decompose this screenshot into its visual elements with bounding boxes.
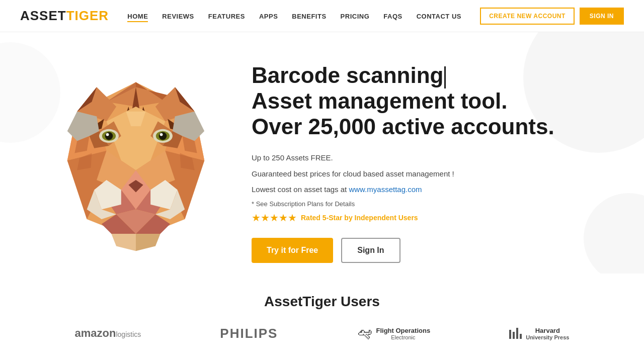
svg-point-37 <box>105 132 113 140</box>
signin-nav-button[interactable]: SIGN IN <box>580 8 624 25</box>
text-cursor <box>444 66 446 88</box>
nav-links: HOME REVIEWS FEATURES APPS BENEFITS PRIC… <box>127 12 461 21</box>
users-section: AssetTiger Users amazonlogistics PHILIPS… <box>0 274 644 352</box>
hero-headline: Barcode scanning Asset management tool. … <box>252 63 604 139</box>
nav-reviews[interactable]: REVIEWS <box>162 13 194 20</box>
hero-note: * See Subscription Plans for Details <box>252 200 604 208</box>
hero-buttons: Try it for Free Sign In <box>252 238 604 263</box>
try-free-button[interactable]: Try it for Free <box>252 238 333 263</box>
navbar: ASSETTIGER HOME REVIEWS FEATURES APPS BE… <box>0 0 644 32</box>
harvard-logo: Harvard University Press <box>509 327 569 340</box>
svg-marker-28 <box>136 234 160 251</box>
svg-point-38 <box>106 133 109 136</box>
logo[interactable]: ASSETTIGER <box>20 8 109 24</box>
myassettag-link[interactable]: www.myassettag.com <box>349 185 422 194</box>
flight-operations-logo: 🛩 Flight Operations Electronic <box>357 325 431 342</box>
users-title: AssetTiger Users <box>40 294 604 310</box>
nav-faqs[interactable]: FAQS <box>383 13 402 20</box>
hero-desc-3: Lowest cost on asset tags at www.myasset… <box>252 183 604 196</box>
hero-headline-line2: Asset management tool. <box>252 88 508 113</box>
hero-section: Barcode scanning Asset management tool. … <box>0 32 644 274</box>
svg-point-43 <box>159 132 167 140</box>
hero-desc-1: Up to 250 Assets FREE. <box>252 151 604 164</box>
svg-marker-27 <box>111 234 136 251</box>
rating-row: ★★★★★ Rated 5-Star by Independent Users <box>252 212 604 224</box>
nav-pricing[interactable]: PRICING <box>341 13 370 20</box>
nav-benefits[interactable]: BENEFITS <box>292 13 326 20</box>
nav-features[interactable]: FEATURES <box>208 13 245 20</box>
nav-buttons: CREATE NEW ACCOUNT SIGN IN <box>480 8 624 25</box>
logo-text-asset: ASSET <box>20 8 66 24</box>
hero-headline-line1: Barcode scanning <box>252 63 443 87</box>
stars: ★★★★★ <box>252 212 297 224</box>
hero-headline-line3: Over 25,000 active accounts. <box>252 114 554 139</box>
svg-point-44 <box>160 133 163 136</box>
hero-content: Barcode scanning Asset management tool. … <box>231 63 604 262</box>
plane-icon: 🛩 <box>357 325 372 342</box>
nav-home[interactable]: HOME <box>127 13 148 22</box>
rating-label: Rated 5-Star by Independent Users <box>301 214 418 222</box>
users-logos: amazonlogistics PHILIPS 🛩 Flight Operati… <box>40 325 604 342</box>
nav-contact[interactable]: CONTACT US <box>417 13 461 20</box>
create-account-button[interactable]: CREATE NEW ACCOUNT <box>480 8 575 25</box>
signin-hero-button[interactable]: Sign In <box>341 238 400 263</box>
hero-desc-2: Guaranteed best prices for cloud based a… <box>252 167 604 180</box>
logo-text-tiger: TIGER <box>66 8 109 24</box>
amazon-logo: amazonlogistics <box>75 327 141 340</box>
philips-logo: PHILIPS <box>220 326 278 341</box>
nav-apps[interactable]: APPS <box>259 13 278 20</box>
harvard-bars-icon <box>509 328 522 339</box>
tiger-image <box>40 72 231 253</box>
